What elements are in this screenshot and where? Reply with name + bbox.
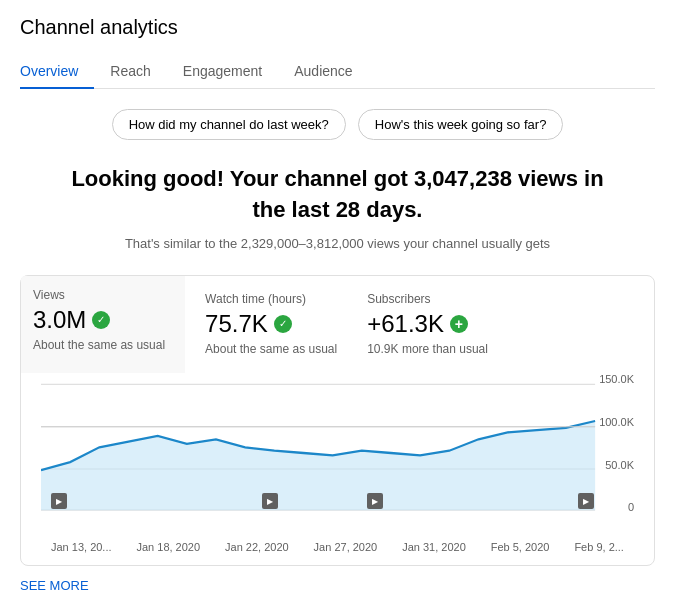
metric-subscribers: Subscribers +61.3K + 10.9K more than usu… xyxy=(367,292,518,358)
subscribers-value: +61.3K + xyxy=(367,310,488,338)
y-label-50k: 50.0K xyxy=(596,459,634,471)
x-label-5: Jan 31, 2020 xyxy=(402,541,466,553)
tabs-nav: Overview Reach Engagement Audience xyxy=(20,55,655,89)
watch-time-label: Watch time (hours) xyxy=(205,292,337,306)
views-status: About the same as usual xyxy=(33,338,165,354)
chart-area: 150.0K 100.0K 50.0K 0 ▶ ▶ ▶ ▶ xyxy=(41,373,634,533)
tab-engagement[interactable]: Engagement xyxy=(167,55,278,89)
tab-audience[interactable]: Audience xyxy=(278,55,368,89)
watch-time-value: 75.7K ✓ xyxy=(205,310,337,338)
y-label-150k: 150.0K xyxy=(596,373,634,385)
x-label-2: Jan 18, 2020 xyxy=(136,541,200,553)
watch-time-status: About the same as usual xyxy=(205,342,337,358)
metrics-row: Views 3.0M ✓ About the same as usual Wat… xyxy=(41,292,634,358)
video-markers: ▶ ▶ ▶ ▶ xyxy=(51,493,594,509)
subscribers-label: Subscribers xyxy=(367,292,488,306)
chart-svg xyxy=(41,373,634,533)
x-label-7: Feb 9, 2... xyxy=(574,541,624,553)
views-value: 3.0M ✓ xyxy=(33,306,165,334)
tab-overview[interactable]: Overview xyxy=(20,55,94,89)
subscribers-status: 10.9K more than usual xyxy=(367,342,488,358)
video-marker-2[interactable]: ▶ xyxy=(262,493,278,509)
video-marker-4[interactable]: ▶ xyxy=(578,493,594,509)
views-label: Views xyxy=(33,288,165,302)
page-title: Channel analytics xyxy=(20,16,655,39)
metric-views: Views 3.0M ✓ About the same as usual xyxy=(21,276,185,374)
x-label-1: Jan 13, 20... xyxy=(51,541,112,553)
metric-watch-time: Watch time (hours) 75.7K ✓ About the sam… xyxy=(205,292,367,358)
x-label-4: Jan 27, 2020 xyxy=(314,541,378,553)
analytics-card: Views 3.0M ✓ About the same as usual Wat… xyxy=(20,275,655,567)
main-headline: Looking good! Your channel got 3,047,238… xyxy=(20,164,655,226)
y-label-100k: 100.0K xyxy=(596,416,634,428)
watch-time-check-icon: ✓ xyxy=(274,315,292,333)
quick-questions: How did my channel do last week? How's t… xyxy=(20,109,655,140)
subscribers-plus-icon: + xyxy=(450,315,468,333)
video-marker-1[interactable]: ▶ xyxy=(51,493,67,509)
chart-y-labels: 150.0K 100.0K 50.0K 0 xyxy=(596,373,634,513)
question-btn-this-week[interactable]: How's this week going so far? xyxy=(358,109,564,140)
x-label-3: Jan 22, 2020 xyxy=(225,541,289,553)
sub-headline: That's similar to the 2,329,000–3,812,00… xyxy=(20,236,655,251)
see-more-link[interactable]: SEE MORE xyxy=(20,578,89,593)
x-label-6: Feb 5, 2020 xyxy=(491,541,550,553)
views-check-icon: ✓ xyxy=(92,311,110,329)
y-label-0: 0 xyxy=(596,501,634,513)
chart-x-labels: Jan 13, 20... Jan 18, 2020 Jan 22, 2020 … xyxy=(41,541,634,553)
video-marker-3[interactable]: ▶ xyxy=(367,493,383,509)
tab-reach[interactable]: Reach xyxy=(94,55,166,89)
question-btn-last-week[interactable]: How did my channel do last week? xyxy=(112,109,346,140)
